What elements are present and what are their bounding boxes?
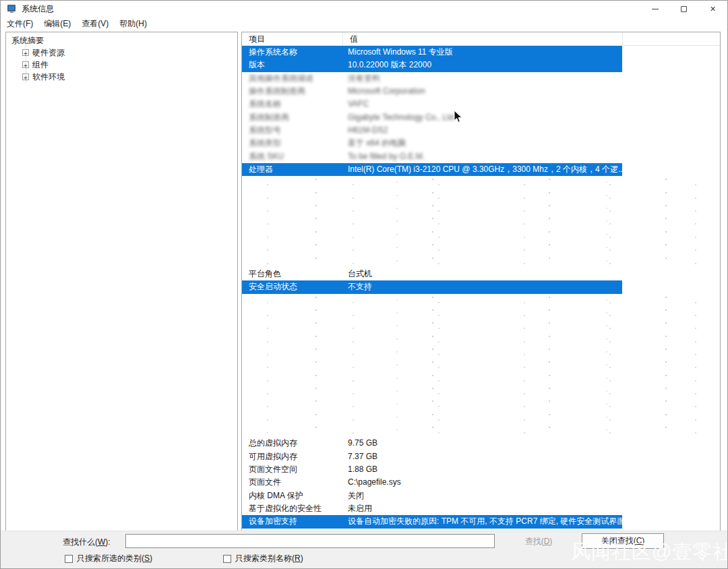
row-item-cell: 其他操作系统描述 [242, 72, 348, 85]
menu-item[interactable]: 编辑(E) [38, 17, 76, 31]
table-row[interactable]: 页面文件C:\pagefile.sys [242, 476, 720, 489]
row-item-cell [242, 189, 348, 202]
menu-item[interactable]: 文件(F) [1, 17, 38, 31]
row-item-cell [242, 385, 348, 398]
table-row[interactable] [242, 411, 720, 424]
table-row[interactable]: 系统制造商Gigabyte Technology Co., Ltd. [242, 111, 720, 124]
search-category-names-label: 只搜索类别名称(R) [235, 553, 303, 564]
table-row[interactable]: 版本10.0.22000 版本 22000 [242, 59, 720, 71]
expand-plus-icon[interactable] [22, 73, 29, 80]
expand-plus-icon[interactable] [22, 61, 29, 68]
row-item-cell: 页面文件空间 [242, 463, 348, 476]
table-row[interactable]: 安全启动状态不支持 [242, 280, 720, 293]
row-item-cell [242, 372, 348, 385]
caption-buttons: × [640, 1, 727, 17]
table-row[interactable]: 操作系统制造商Microsoft Corporation [242, 85, 720, 98]
row-value-cell: 9.75 GB [348, 437, 622, 450]
table-row[interactable]: 其他操作系统描述没有资料 [242, 72, 720, 85]
table-row[interactable] [242, 215, 720, 228]
minimize-icon [652, 9, 659, 9]
table-row[interactable] [242, 307, 720, 320]
row-value-cell [348, 346, 622, 359]
row-item-cell [242, 320, 348, 332]
row-value-cell [348, 241, 622, 254]
row-value-cell: Intel(R) Core(TM) i3-2120 CPU @ 3.30GHz，… [348, 163, 622, 176]
close-icon: × [710, 4, 715, 13]
find-what-label: 查找什么(W): [63, 537, 111, 548]
menu-item[interactable]: 查看(V) [76, 17, 114, 31]
row-value-cell [348, 385, 622, 398]
table-row[interactable]: 可用虚拟内存7.37 GB [242, 450, 720, 463]
search-category-names-checkbox[interactable] [223, 555, 231, 563]
table-row[interactable] [242, 241, 720, 254]
table-row[interactable] [242, 294, 720, 307]
table-row[interactable]: 系统型号H61M-DS2 [242, 124, 720, 137]
table-row[interactable]: 系统 SKUTo be filled by O.E.M. [242, 150, 720, 163]
search-selected-category-checkbox[interactable] [65, 555, 73, 563]
row-value-cell: Gigabyte Technology Co., Ltd. [348, 111, 622, 124]
table-row[interactable] [242, 398, 720, 411]
table-row[interactable]: 系统类型基于 x64 的电脑 [242, 137, 720, 150]
minimize-button[interactable] [640, 1, 669, 17]
row-item-cell [242, 359, 348, 371]
row-item-cell: 系统型号 [242, 124, 348, 137]
row-value-cell [348, 411, 622, 424]
search-selected-category-label: 只搜索所选的类别(S) [77, 553, 152, 564]
row-item-cell [242, 346, 348, 359]
close-button[interactable]: × [698, 1, 727, 17]
row-item-cell: 操作系统制造商 [242, 85, 348, 98]
row-item-cell: 系统制造商 [242, 111, 348, 124]
column-header-value[interactable]: 值 [343, 32, 623, 46]
row-value-cell [348, 398, 622, 411]
row-item-cell [242, 424, 348, 437]
table-row[interactable]: 内核 DMA 保护关闭 [242, 489, 720, 502]
table-row[interactable] [242, 255, 720, 268]
expand-plus-icon[interactable] [22, 49, 29, 56]
table-row[interactable] [242, 385, 720, 398]
list-header: 项目 值 [242, 32, 720, 46]
find-button[interactable]: 查找(D) [501, 534, 576, 548]
row-item-cell: 系统 SKU [242, 150, 348, 163]
row-value-cell: 关闭 [348, 489, 622, 502]
row-value-cell [348, 333, 622, 346]
row-item-cell: 总的虚拟内存 [242, 437, 348, 450]
row-item-cell: 处理器 [242, 163, 348, 176]
table-row[interactable]: 系统名称VAFC [242, 98, 720, 111]
column-header-item[interactable]: 项目 [242, 32, 343, 46]
table-row[interactable] [242, 424, 720, 437]
row-value-cell: 没有资料 [348, 72, 622, 85]
table-row[interactable]: 设备加密支持设备自动加密失败的原因: TPM 不可用, 不支持 PCR7 绑定,… [242, 515, 720, 528]
table-row[interactable] [242, 202, 720, 215]
tree-item[interactable]: 硬件资源 [6, 47, 237, 59]
menu-item[interactable]: 帮助(H) [114, 17, 152, 31]
tree-item[interactable]: 软件环境 [6, 71, 237, 83]
row-value-cell [348, 294, 622, 307]
table-row[interactable]: 平台角色台式机 [242, 268, 720, 280]
table-row[interactable] [242, 320, 720, 332]
row-value-cell: 台式机 [348, 268, 622, 280]
table-row[interactable]: 操作系统名称Microsoft Windows 11 专业版 [242, 46, 720, 59]
close-find-button[interactable]: 关闭查找(C) [582, 533, 664, 549]
maximize-button[interactable] [669, 1, 698, 17]
row-item-cell: 系统名称 [242, 98, 348, 111]
table-row[interactable] [242, 189, 720, 202]
tree-item[interactable]: 组件 [6, 59, 237, 71]
tree-item-system-summary[interactable]: 系统摘要 [6, 34, 237, 47]
find-input[interactable] [125, 534, 495, 548]
row-value-cell: H61M-DS2 [348, 124, 622, 137]
table-row[interactable] [242, 346, 720, 359]
table-row[interactable] [242, 176, 720, 189]
table-row[interactable] [242, 333, 720, 346]
table-row[interactable] [242, 229, 720, 241]
row-item-cell [242, 229, 348, 241]
row-item-cell [242, 176, 348, 189]
table-row[interactable] [242, 372, 720, 385]
table-row[interactable] [242, 359, 720, 371]
table-row[interactable]: 总的虚拟内存9.75 GB [242, 437, 720, 450]
row-value-cell [348, 359, 622, 371]
row-item-cell: 操作系统名称 [242, 46, 348, 59]
table-row[interactable]: 页面文件空间1.88 GB [242, 463, 720, 476]
table-row[interactable]: 处理器Intel(R) Core(TM) i3-2120 CPU @ 3.30G… [242, 163, 720, 176]
table-row[interactable]: 基于虚拟化的安全性未启用 [242, 502, 720, 515]
row-value-cell: 设备自动加密失败的原因: TPM 不可用, 不支持 PCR7 绑定, 硬件安全测… [348, 515, 622, 528]
